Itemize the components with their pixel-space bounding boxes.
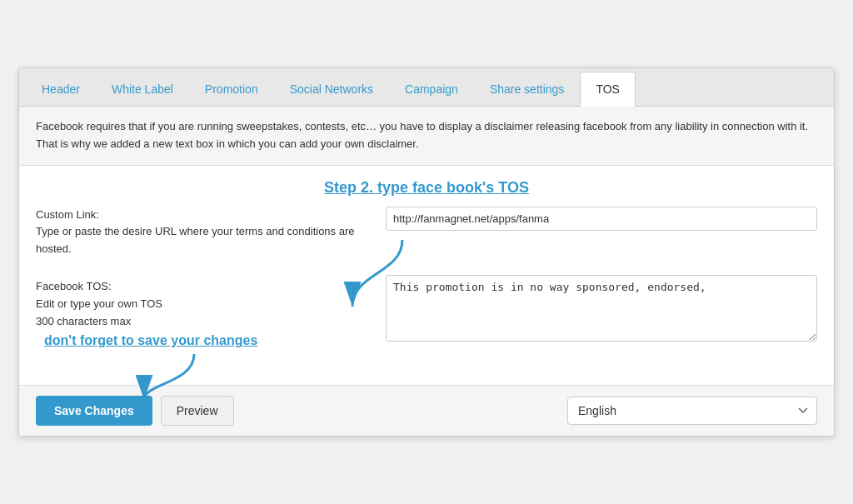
tab-white-label[interactable]: White Label bbox=[96, 72, 189, 106]
tab-promotion[interactable]: Promotion bbox=[189, 72, 274, 106]
tab-header[interactable]: Header bbox=[26, 72, 96, 106]
tab-campaign[interactable]: Campaign bbox=[389, 72, 474, 106]
save-area: Save Changes bbox=[36, 396, 152, 426]
facebook-tos-control: This promotion is in no way sponsored, e… bbox=[386, 275, 817, 342]
save-reminder: don't forget to save your changes bbox=[44, 330, 257, 352]
language-select[interactable]: English Spanish French German Italian Po… bbox=[567, 397, 817, 425]
custom-link-title: Custom Link: bbox=[36, 207, 386, 224]
facebook-tos-section: Facebook TOS: Edit or type your own TOS … bbox=[36, 275, 817, 352]
step-heading: Step 2. type face book's TOS bbox=[36, 166, 817, 207]
main-content: Step 2. type face book's TOS Custom Link… bbox=[19, 166, 834, 385]
tab-bar: Header White Label Promotion Social Netw… bbox=[19, 68, 834, 107]
footer: Save Changes Preview English Spanish Fre… bbox=[19, 385, 834, 436]
app-window: Header White Label Promotion Social Netw… bbox=[18, 67, 835, 437]
custom-link-label: Custom Link: Type or paste the desire UR… bbox=[36, 207, 386, 258]
tab-share-settings[interactable]: Share settings bbox=[474, 72, 581, 106]
save-changes-button[interactable]: Save Changes bbox=[36, 396, 152, 426]
preview-button[interactable]: Preview bbox=[161, 396, 234, 426]
facebook-tos-title: Facebook TOS: bbox=[36, 278, 386, 296]
tab-social-networks[interactable]: Social Networks bbox=[274, 72, 389, 106]
custom-link-input[interactable]: http://fanmagnet.net/apps/fanma bbox=[386, 207, 817, 231]
tab-tos[interactable]: TOS bbox=[580, 72, 636, 107]
custom-link-section: Custom Link: Type or paste the desire UR… bbox=[36, 207, 817, 258]
facebook-tos-description: Edit or type your own TOS 300 characters… bbox=[36, 296, 386, 331]
custom-link-description: Type or paste the desire URL where your … bbox=[36, 223, 386, 258]
info-box: Facebook requires that if you are runnin… bbox=[19, 107, 834, 166]
facebook-tos-label: Facebook TOS: Edit or type your own TOS … bbox=[36, 275, 386, 352]
facebook-tos-textarea[interactable]: This promotion is in no way sponsored, e… bbox=[386, 275, 817, 342]
custom-link-control: http://fanmagnet.net/apps/fanma bbox=[386, 207, 817, 231]
info-text: Facebook requires that if you are runnin… bbox=[36, 120, 808, 150]
